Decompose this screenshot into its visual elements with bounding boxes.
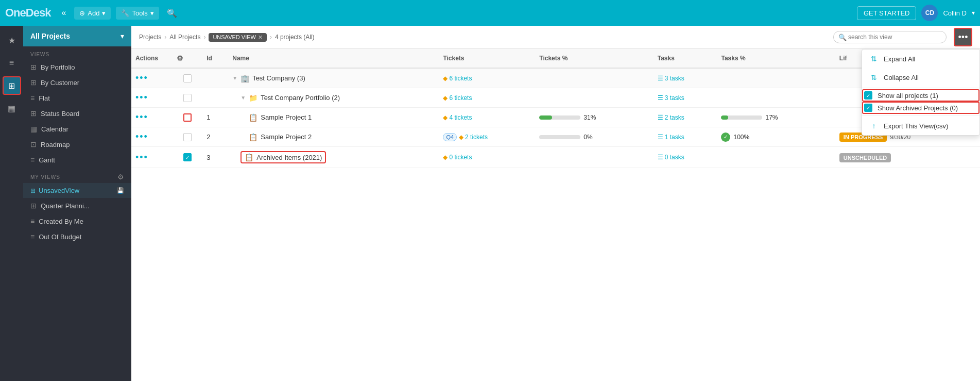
tasks-link[interactable]: ☰ 0 tasks [658, 154, 713, 161]
row-checkbox[interactable] [183, 74, 192, 82]
icon-sidebar-projects[interactable]: ⊞ [3, 76, 21, 95]
sidebar-item-gantt[interactable]: ≡ Gantt [23, 152, 131, 168]
show-all-projects-label: Show all projects (1) [878, 92, 938, 100]
tools-button[interactable]: 🔧 Tools ▾ [116, 7, 159, 20]
tickets-link[interactable]: ◆ 2 tickets [459, 134, 488, 141]
search-input[interactable] [833, 31, 947, 43]
icon-sidebar-calendar[interactable]: ▦ [3, 99, 21, 118]
out-of-budget-icon: ≡ [30, 233, 35, 241]
ticket-icon: ◆ [443, 114, 448, 121]
row-checkbox[interactable] [183, 113, 192, 122]
breadcrumb-all-projects[interactable]: All Projects [169, 34, 200, 41]
tickets-link[interactable]: ◆ 6 tickets [443, 94, 531, 102]
status-badge: UNSCHEDULED [839, 153, 891, 162]
expand-all-item[interactable]: ⇅ Expand All [862, 49, 979, 68]
nav-collapse-button[interactable]: « [58, 6, 69, 20]
user-name[interactable]: Collin D [943, 9, 967, 17]
content-area: Projects › All Projects › UNSAVED VIEW ✕… [131, 26, 980, 381]
tickets-link[interactable]: ◆ 0 tickets [443, 154, 531, 161]
tasks-link[interactable]: ☰ 1 tasks [658, 134, 713, 141]
table-row: ••• ▼ 📁 Test Company Portfolio (2) [131, 88, 980, 108]
breadcrumb-projects[interactable]: Projects [139, 34, 161, 41]
my-views-header: MY VIEWS ⚙ [23, 168, 131, 183]
project-icon: 📋 [245, 153, 253, 161]
avatar[interactable]: CD [921, 5, 938, 21]
sidebar-item-created-by-me[interactable]: ≡ Created By Me [23, 213, 131, 229]
col-actions: Actions [131, 49, 173, 68]
sidebar-item-flat[interactable]: ≡ Flat [23, 90, 131, 106]
sidebar-item-out-of-budget[interactable]: ≡ Out Of Budget [23, 229, 131, 244]
sidebar-item-calendar[interactable]: ▦ Calendar [23, 121, 131, 137]
row-action-dots[interactable]: ••• [135, 92, 148, 103]
collapse-all-item[interactable]: ⇅ Collapse All [862, 68, 979, 87]
created-by-me-label: Created By Me [39, 218, 83, 225]
dropdown-divider [862, 88, 979, 88]
tasks-link[interactable]: ☰ 2 tasks [658, 114, 713, 121]
sidebar-item-status-board[interactable]: ⊞ Status Board [23, 106, 131, 121]
roadmap-icon: ⊡ [30, 140, 37, 148]
breadcrumb-unsaved-view[interactable]: UNSAVED VIEW ✕ [209, 33, 267, 42]
by-customer-icon: ⊞ [30, 78, 37, 87]
expand-all-label: Expand All [884, 55, 915, 63]
ticket-icon: ◆ [443, 154, 448, 161]
expand-arrow-icon[interactable]: ▼ [240, 95, 246, 101]
icon-sidebar-views[interactable]: ≡ [3, 54, 21, 72]
icon-sidebar-favorites[interactable]: ★ [3, 31, 21, 49]
col-tickets: Tickets [439, 49, 535, 68]
breadcrumb-sep-1: › [164, 34, 166, 41]
by-portfolio-label: By Portfolio [41, 63, 75, 71]
expand-arrow-icon[interactable]: ▼ [232, 75, 237, 81]
col-tickets-pct: Tickets % [535, 49, 653, 68]
breadcrumb-bar: Projects › All Projects › UNSAVED VIEW ✕… [131, 26, 980, 49]
row-checkbox[interactable] [183, 94, 192, 102]
export-item[interactable]: ↑ Export This View(csv) [862, 117, 979, 135]
col-name: Name [228, 49, 439, 68]
get-started-button[interactable]: GET STARTED [857, 6, 917, 20]
calendar-icon: ▦ [30, 125, 37, 133]
roadmap-label: Roadmap [41, 141, 70, 148]
quarter-planning-icon: ⊞ [30, 202, 37, 210]
search-button[interactable]: 🔍 [164, 6, 180, 21]
tools-icon: 🔧 [121, 9, 129, 17]
table-row: ••• ✓ 3 📋 Archived Items (2021) [131, 147, 980, 168]
company-icon: 🏢 [240, 74, 249, 82]
ticket-icon: ◆ [459, 134, 463, 141]
views-label: VIEWS [23, 46, 131, 59]
sidebar-item-quarter-planning[interactable]: ⊞ Quarter Planni... [23, 198, 131, 213]
col-gear[interactable]: ⚙ [173, 49, 202, 68]
my-views-settings-icon[interactable]: ⚙ [117, 173, 124, 181]
sidebar-item-by-portfolio[interactable]: ⊞ By Portfolio [23, 59, 131, 75]
export-label: Export This View(csv) [884, 122, 948, 130]
row-action-dots[interactable]: ••• [135, 73, 148, 83]
row-checkbox[interactable]: ✓ [183, 153, 192, 161]
row-action-dots[interactable]: ••• [135, 131, 148, 142]
unsaved-view-close-icon[interactable]: ✕ [258, 34, 263, 41]
more-options-button[interactable]: ••• [954, 28, 972, 46]
row-checkbox[interactable] [183, 133, 192, 141]
sidebar-item-roadmap[interactable]: ⊡ Roadmap [23, 137, 131, 152]
show-archived-label: Show Archived Projects (0) [878, 104, 958, 112]
export-icon: ↑ [869, 122, 879, 130]
show-archived-item[interactable]: ✓ Show Archived Projects (0) [862, 102, 979, 114]
flat-icon: ≡ [30, 94, 35, 102]
add-button[interactable]: ⊕ Add ▾ [74, 7, 111, 20]
add-icon: ⊕ [79, 9, 85, 17]
tasks-link[interactable]: ☰ 3 tasks [658, 75, 713, 82]
sidebar-item-by-customer[interactable]: ⊞ By Customer [23, 75, 131, 90]
status-board-icon: ⊞ [30, 109, 37, 118]
sidebar-header-arrow[interactable]: ▾ [121, 32, 124, 40]
show-archived-checkbox[interactable]: ✓ [864, 104, 872, 112]
table-wrapper: Actions ⚙ Id Name Tickets [131, 49, 980, 381]
tickets-link[interactable]: ◆ 4 tickets [443, 114, 531, 121]
unsaved-view-item[interactable]: ⊞ UnsavedView 💾 [23, 183, 131, 198]
left-sidebar: All Projects ▾ VIEWS ⊞ By Portfolio ⊞ By… [23, 26, 131, 381]
row-action-dots[interactable]: ••• [135, 152, 148, 162]
show-all-projects-checkbox[interactable]: ✓ [864, 91, 872, 100]
row-action-dots[interactable]: ••• [135, 112, 148, 122]
tasks-link[interactable]: ☰ 3 tasks [658, 94, 713, 102]
gear-icon[interactable]: ⚙ [177, 54, 183, 62]
status-board-label: Status Board [41, 110, 79, 118]
tickets-link[interactable]: ◆ 6 tickets [443, 75, 531, 82]
show-all-projects-item[interactable]: ✓ Show all projects (1) [862, 89, 979, 102]
task-icon: ☰ [658, 114, 663, 121]
